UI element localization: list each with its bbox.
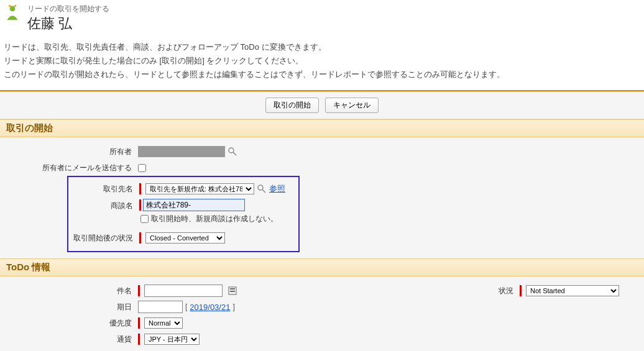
send-mail-checkbox[interactable]: [138, 164, 146, 172]
intro-line-3: このリードの取引が開始されたら、リードとして参照または編集することはできず、リー…: [4, 68, 640, 81]
required-marker: [139, 232, 141, 244]
subject-input[interactable]: [144, 285, 223, 297]
svg-line-4: [233, 152, 236, 155]
owner-label: 所有者: [0, 147, 138, 157]
lead-icon: [4, 4, 21, 21]
opportunity-name-label: 商談名: [68, 199, 139, 211]
due-date-label: 期日: [0, 302, 138, 312]
owner-value-redacted: [138, 146, 225, 157]
required-marker: [138, 317, 140, 329]
no-new-opportunity-label: 取引開始時、新規商談は作成しない。: [151, 214, 278, 224]
subject-combo-icon[interactable]: [228, 286, 237, 296]
account-name-label: 取引先名: [68, 184, 139, 194]
start-convert-button[interactable]: 取引の開始: [265, 98, 319, 113]
due-date-input[interactable]: [138, 301, 183, 313]
due-date-bracket-open: [: [185, 303, 187, 311]
svg-rect-8: [230, 288, 235, 289]
currency-select[interactable]: JPY - 日本円: [144, 334, 200, 345]
svg-point-5: [258, 185, 263, 190]
required-marker: [520, 285, 522, 296]
intro-text: リードは、取引先、取引先責任者、商談、およびフォローアップ ToDo に変換でき…: [0, 35, 644, 90]
cancel-button[interactable]: キャンセル: [325, 98, 379, 113]
svg-point-2: [14, 5, 17, 7]
priority-label: 優先度: [0, 318, 138, 329]
highlight-frame: 取引先名 取引先を新規作成: 株式会社789 参照 商談名: [67, 176, 300, 252]
status-select[interactable]: Not Started: [526, 285, 619, 296]
intro-line-1: リードは、取引先、取引先責任者、商談、およびフォローアップ ToDo に変換でき…: [4, 40, 640, 54]
status-label: 状況: [499, 286, 520, 296]
page-title: 佐藤 弘: [27, 14, 109, 33]
svg-point-3: [229, 148, 234, 153]
page-subtitle: リードの取引を開始する: [27, 4, 109, 14]
svg-line-6: [262, 189, 265, 193]
no-new-opportunity-checkbox[interactable]: [140, 215, 149, 223]
required-marker: [139, 183, 141, 194]
account-lookup-icon[interactable]: [257, 184, 267, 194]
send-mail-label: 所有者にメールを送信する: [0, 163, 138, 173]
required-marker: [138, 334, 140, 345]
section-header-start: 取引の開始: [0, 119, 644, 137]
currency-label: 通貨: [0, 334, 138, 345]
intro-line-2: リードと実際に取引が発生した場合にのみ [取引の開始] をクリックしてください。: [4, 54, 640, 68]
required-marker: [139, 199, 141, 211]
owner-lookup-icon[interactable]: [228, 147, 237, 157]
post-status-label: 取引開始後の状況: [68, 233, 139, 244]
section-header-todo: ToDo 情報: [0, 258, 644, 276]
subject-label: 件名: [0, 286, 138, 296]
due-date-bracket-close: ]: [232, 303, 234, 311]
svg-rect-9: [230, 291, 235, 292]
due-date-link[interactable]: 2019/03/21: [190, 303, 230, 312]
account-reference-link[interactable]: 参照: [269, 183, 285, 194]
required-marker: [138, 285, 140, 296]
svg-point-0: [10, 6, 16, 12]
account-name-select[interactable]: 取引先を新規作成: 株式会社789: [145, 183, 254, 194]
opportunity-name-input[interactable]: [143, 199, 245, 211]
svg-point-1: [9, 5, 11, 7]
priority-select[interactable]: Normal: [144, 317, 183, 329]
post-status-select[interactable]: Closed - Converted: [145, 232, 225, 244]
